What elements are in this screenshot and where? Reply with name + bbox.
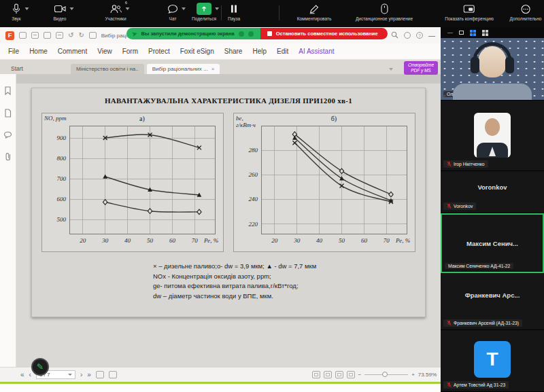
- tab-document-1[interactable]: Міністерство освіти і на..: [71, 64, 144, 74]
- continuous-facing-view-icon[interactable]: [347, 371, 355, 378]
- chat-icon: [167, 3, 178, 15]
- bookmark-icon[interactable]: [4, 86, 12, 95]
- chart-b-panel: 203040506070220240260280б)bе,г/кВт·чРе, …: [233, 113, 415, 252]
- toolbar-remote-control[interactable]: Дистанционное управление: [356, 3, 413, 21]
- toolbar-audio[interactable]: Звук: [12, 3, 22, 21]
- chevron-down-icon[interactable]: [125, 7, 129, 10]
- tab-document-2[interactable]: Вибір раціональних ... ×: [147, 64, 220, 74]
- facing-view-icon[interactable]: [335, 371, 343, 378]
- attachment-icon[interactable]: [5, 152, 12, 161]
- menu-share[interactable]: Share: [224, 48, 243, 55]
- sharing-banners: ➤ Вы запустили демонстрацию экрана Остан…: [126, 28, 388, 39]
- grid-view-icon[interactable]: [482, 30, 488, 36]
- menu-foxit-esign[interactable]: Foxit eSign: [180, 48, 214, 55]
- restore-panel-icon[interactable]: [459, 31, 464, 35]
- svg-text:б): б): [331, 115, 337, 123]
- svg-text:Ре, %: Ре, %: [203, 237, 218, 244]
- zoom-in-icon[interactable]: +: [411, 372, 415, 378]
- video-tile[interactable]: Франкевич Арс... Франкевич Арсеній (АД-3…: [441, 273, 544, 330]
- tab-start[interactable]: Start: [4, 63, 30, 74]
- comments-icon[interactable]: [3, 131, 12, 139]
- zoom-slider-knob[interactable]: [382, 372, 388, 377]
- account-icon[interactable]: [404, 32, 411, 39]
- stop-icon: [267, 31, 272, 36]
- last-page-button[interactable]: »: [87, 371, 91, 378]
- chevron-down-icon[interactable]: [389, 68, 393, 71]
- letter-avatar: T: [474, 341, 511, 378]
- annotation-tools-button[interactable]: ✎: [31, 358, 49, 376]
- menu-view[interactable]: View: [97, 48, 112, 55]
- first-page-button[interactable]: «: [20, 371, 24, 378]
- figure-legend: × – дизельне паливо;о- dw = 3,9 мкм; ▲ -…: [153, 262, 425, 302]
- muted-mic-icon: [447, 320, 452, 326]
- single-page-view-icon[interactable]: [312, 371, 320, 378]
- redo-icon[interactable]: ↻: [78, 32, 84, 39]
- participant-shoulders: [453, 84, 532, 101]
- menu-edit[interactable]: Edit: [277, 48, 288, 55]
- cursor-icon: ➤: [131, 30, 138, 38]
- chevron-down-icon[interactable]: [25, 7, 29, 10]
- toolbar-more[interactable]: Дополнительно: [510, 3, 542, 21]
- hand-tool-icon[interactable]: [89, 32, 97, 39]
- search-icon[interactable]: [391, 29, 398, 41]
- menu-ai-assistant[interactable]: AI Assistant: [299, 48, 334, 55]
- toolbar-show-conference[interactable]: Показать конференцию: [445, 3, 494, 21]
- chevron-down-icon[interactable]: [69, 7, 73, 10]
- fit-page-icon[interactable]: [109, 371, 117, 378]
- foxit-logo: F: [5, 31, 14, 40]
- menu-help[interactable]: Help: [252, 48, 267, 55]
- close-tab-icon[interactable]: ×: [211, 66, 215, 72]
- toolbar-pause[interactable]: Пауза: [228, 3, 240, 21]
- open-icon[interactable]: [19, 32, 27, 39]
- video-tile-active-speaker[interactable]: Максим Сенич... Максим Сениченко АД-41-2…: [441, 213, 544, 273]
- pdf-editor-window: F ↺ ↻ Вибір раціональних параметрів впри…: [0, 27, 441, 392]
- stop-sharing-button[interactable]: Остановить совместное использование: [260, 28, 388, 39]
- export-icon[interactable]: [56, 32, 63, 39]
- help-icon[interactable]: ?: [416, 32, 423, 39]
- page-margin: [16, 74, 441, 84]
- legend-line: ge- питома ефективна витрата палива,г/кВ…: [153, 281, 425, 291]
- minimize-window-icon[interactable]: —: [428, 32, 435, 39]
- video-tile[interactable]: Ігор Нікітченко: [441, 101, 544, 171]
- save-icon[interactable]: [31, 32, 39, 39]
- menu-home[interactable]: Home: [29, 48, 48, 55]
- zoom-slider[interactable]: [364, 374, 408, 375]
- svg-text:NO, ppm: NO, ppm: [44, 115, 67, 122]
- participant-center-name: Максим Сенич...: [442, 240, 543, 247]
- print-icon[interactable]: [44, 32, 51, 39]
- zoom-out-icon[interactable]: −: [358, 372, 362, 378]
- sharing-status-banner: ➤ Вы запустили демонстрацию экрана: [126, 28, 260, 39]
- gallery-view-icon[interactable]: [470, 30, 476, 36]
- svg-text:20: 20: [80, 237, 86, 244]
- minimize-panel-icon[interactable]: —: [447, 30, 453, 35]
- page-thumbnails-icon[interactable]: [4, 109, 12, 118]
- screen: Звук Видео 6 Участники Чат: [0, 0, 544, 392]
- menu-comment[interactable]: Comment: [58, 48, 87, 55]
- chevron-down-icon[interactable]: [68, 374, 72, 376]
- undo-icon[interactable]: ↺: [68, 32, 73, 39]
- toolbar-video[interactable]: Видео: [54, 3, 67, 21]
- chevron-down-icon[interactable]: [215, 7, 219, 10]
- toolbar-annotate[interactable]: Комментировать: [297, 3, 332, 21]
- headphone-earcup: [505, 57, 514, 73]
- menu-form[interactable]: Form: [122, 48, 138, 55]
- promo-badge[interactable]: Створюйте PDF у MS: [404, 61, 438, 75]
- participant-name: Артем Товстий Ад 31-23: [454, 382, 505, 387]
- menu-file[interactable]: File: [8, 48, 19, 55]
- previous-page-button[interactable]: ‹: [29, 371, 31, 378]
- video-tile[interactable]: T Артем Товстий Ад 31-23: [441, 330, 544, 392]
- fit-width-icon[interactable]: [96, 371, 104, 378]
- toolbar-share[interactable]: Поделиться: [192, 3, 216, 21]
- menu-protect[interactable]: Protect: [148, 48, 170, 55]
- continuous-view-icon[interactable]: [324, 371, 332, 378]
- video-tile[interactable]: Voronkov Voronkov: [441, 171, 544, 213]
- next-page-button[interactable]: ›: [80, 371, 82, 378]
- zoom-percent: 73.59%: [418, 372, 437, 378]
- chevron-down-icon[interactable]: [182, 7, 186, 10]
- pdf-page-area[interactable]: НАВАНТАЖУВАЛЬНА ХАРАКТЕРИСТИКА ДИЗЕЛЯ ПР…: [16, 74, 441, 367]
- pause-icon: [230, 3, 238, 15]
- svg-text:500: 500: [57, 216, 67, 223]
- video-tile[interactable]: Олександр Митрофанов: [441, 38, 544, 101]
- toolbar-chat[interactable]: Чат: [167, 3, 178, 21]
- toolbar-participants[interactable]: 6 Участники: [105, 3, 126, 21]
